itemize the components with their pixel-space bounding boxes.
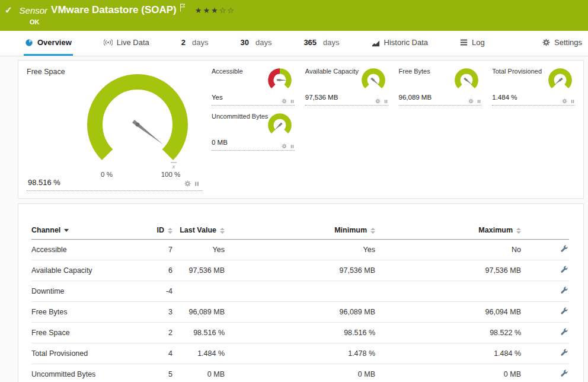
channel-name: Accessible — [31, 240, 150, 260]
channel-maximum: 97,536 MB — [375, 260, 521, 281]
list-icon — [460, 39, 468, 46]
table-row[interactable]: Downtime -4 — [31, 281, 569, 302]
wrench-icon[interactable] — [560, 307, 568, 315]
pause-icon[interactable] — [290, 144, 295, 149]
pause-icon[interactable] — [570, 99, 575, 104]
tab-30-days[interactable]: 30days — [239, 31, 273, 56]
channel-minimum: 97,536 MB — [225, 260, 375, 281]
channel-id: -4 — [150, 281, 172, 302]
wrench-icon[interactable] — [560, 266, 568, 273]
accessible-gauge-dial — [266, 68, 293, 93]
tab-label: Live Data — [117, 38, 149, 47]
gear-icon[interactable] — [282, 98, 287, 104]
tab-overview[interactable]: Overview — [24, 31, 73, 56]
priority-stars[interactable]: ★★★☆☆ — [195, 6, 235, 15]
free-space-gauge-dial: x 0 % 100 % — [75, 70, 200, 183]
gauge-cell-available-capacity: Available Capacity 97,536 MB — [305, 68, 388, 106]
object-kind-label: Sensor — [20, 5, 48, 15]
wrench-icon[interactable] — [560, 286, 568, 294]
gear-icon[interactable] — [282, 144, 287, 149]
channel-id: 6 — [150, 260, 172, 281]
channels-panel: Channel ID Last Value Minimum Maximum — [18, 203, 584, 382]
channel-maximum: 0 MB — [375, 364, 521, 382]
gear-icon[interactable] — [184, 180, 191, 187]
gauge-value: 98.516 % — [28, 178, 60, 187]
table-row[interactable]: Available Capacity 6 97,536 MB 97,536 MB… — [31, 260, 569, 281]
tab-label: Historic Data — [384, 38, 428, 47]
pause-icon[interactable] — [384, 99, 388, 104]
gauge-cell-free-space: Free Space x 0 % 100 % 98.516 % — [27, 68, 202, 191]
gauge-max-label: 100 % — [161, 171, 181, 178]
sort-icon — [168, 228, 172, 234]
table-row[interactable]: Uncommitted Bytes 5 0 MB 0 MB 0 MB — [31, 364, 569, 382]
wrench-icon[interactable] — [560, 349, 568, 356]
pie-chart-icon — [25, 39, 33, 47]
tab-settings[interactable]: Settings — [541, 31, 583, 56]
channel-id: 5 — [150, 364, 172, 382]
area-chart-icon — [372, 39, 380, 47]
channel-name: Available Capacity — [31, 260, 150, 281]
channel-id: 7 — [150, 240, 172, 260]
channel-name: Free Space — [31, 323, 150, 343]
column-header-last-value[interactable]: Last Value — [172, 223, 225, 240]
tab-live-data[interactable]: Live Data — [103, 31, 151, 56]
gear-icon[interactable] — [375, 98, 381, 104]
table-row[interactable]: Free Space 2 98.516 % 98.516 % 98.522 % — [31, 323, 569, 343]
channel-maximum: No — [375, 240, 521, 260]
tab-label: Settings — [554, 38, 582, 47]
column-header-channel[interactable]: Channel — [31, 223, 150, 240]
gauge-min-label: 0 % — [101, 171, 113, 178]
gauge-value: Yes — [212, 94, 223, 101]
tab-365-days[interactable]: 365days — [302, 31, 340, 56]
channel-maximum — [375, 281, 521, 302]
total-provisioned-gauge-dial — [547, 68, 574, 93]
channels-table: Channel ID Last Value Minimum Maximum — [31, 223, 569, 382]
channel-id: 4 — [150, 343, 172, 364]
tab-label: Overview — [37, 38, 72, 47]
channel-maximum: 1.484 % — [375, 343, 521, 364]
wrench-icon[interactable] — [560, 328, 568, 336]
gauge-cell-accessible: Accessible Yes — [212, 68, 295, 106]
column-header-minimum[interactable]: Minimum — [225, 223, 375, 240]
gauge-value: 0 MB — [212, 139, 228, 146]
channel-last-value: 1.484 % — [172, 343, 225, 364]
column-header-maximum[interactable]: Maximum — [375, 223, 521, 240]
table-row[interactable]: Total Provisioned 4 1.484 % 1.478 % 1.48… — [31, 343, 569, 364]
flag-icon[interactable] — [180, 4, 186, 12]
gauge-needle — [277, 79, 287, 81]
channel-last-value: Yes — [172, 240, 225, 260]
mean-marker: x — [172, 164, 175, 170]
gear-icon[interactable] — [468, 98, 474, 104]
channel-id: 2 — [150, 323, 172, 343]
mini-gauges-grid: Accessible Yes Available Capacity — [212, 68, 575, 191]
gauges-panel: Free Space x 0 % 100 % 98.516 % Accessib… — [18, 60, 584, 199]
table-row[interactable]: Accessible 7 Yes Yes No — [31, 240, 569, 260]
wrench-icon[interactable] — [560, 245, 568, 253]
sort-icon — [516, 228, 521, 234]
channel-minimum — [225, 281, 375, 302]
table-row[interactable]: Free Bytes 3 96,089 MB 96,089 MB 96,094 … — [31, 302, 569, 323]
tab-label: Log — [472, 38, 485, 47]
table-header-row: Channel ID Last Value Minimum Maximum — [31, 223, 569, 240]
sensor-tabbar: Overview Live Data 2days 30days 365days … — [0, 31, 588, 56]
column-header-id[interactable]: ID — [150, 223, 172, 240]
tab-2-days[interactable]: 2days — [180, 31, 210, 56]
gauge-value: 97,536 MB — [305, 94, 338, 101]
gauge-needle — [132, 120, 165, 147]
pause-icon[interactable] — [477, 99, 481, 104]
gauge-value: 96,089 MB — [399, 94, 432, 101]
sensor-header: ✓ Sensor VMware Datastore (SOAP) ★★★☆☆ O… — [0, 0, 588, 31]
channel-name: Downtime — [31, 281, 150, 302]
tab-historic-data[interactable]: Historic Data — [370, 31, 429, 56]
channel-name: Uncommitted Bytes — [31, 364, 150, 382]
wrench-icon[interactable] — [560, 370, 568, 377]
tab-log[interactable]: Log — [459, 31, 486, 56]
pause-icon[interactable] — [194, 181, 200, 187]
channel-maximum: 98.522 % — [375, 323, 521, 343]
gauge-cell-free-bytes: Free Bytes 96,089 MB — [399, 68, 482, 106]
broadcast-icon — [104, 38, 113, 47]
pause-icon[interactable] — [290, 99, 295, 104]
gear-icon[interactable] — [562, 98, 567, 104]
gauge-needle — [370, 78, 379, 86]
channel-last-value: 97,536 MB — [172, 260, 225, 281]
